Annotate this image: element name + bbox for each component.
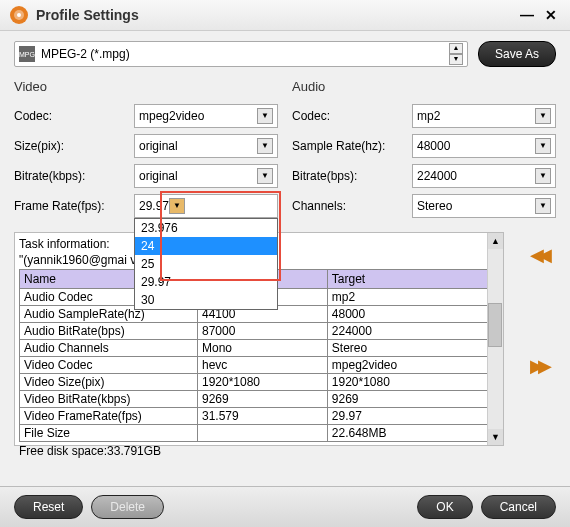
- framerate-option[interactable]: 29.97: [135, 273, 277, 291]
- save-as-button[interactable]: Save As: [478, 41, 556, 67]
- chevron-down-icon[interactable]: ▼: [169, 198, 185, 214]
- reset-button[interactable]: Reset: [14, 495, 83, 519]
- audio-codec-label: Codec:: [292, 109, 412, 123]
- table-cell: mpeg2video: [327, 357, 500, 374]
- free-disk-label: Free disk space:33.791GB: [19, 442, 501, 458]
- table-cell: [197, 425, 327, 442]
- table-cell: 31.579: [197, 408, 327, 425]
- framerate-option[interactable]: 23.976: [135, 219, 277, 237]
- framerate-option[interactable]: 24: [135, 237, 277, 255]
- video-codec-select[interactable]: mpeg2video▼: [134, 104, 278, 128]
- format-icon: MPG: [19, 46, 35, 62]
- chevron-down-icon[interactable]: ▼: [257, 108, 273, 124]
- minimize-button[interactable]: —: [518, 7, 536, 23]
- framerate-option[interactable]: 25: [135, 255, 277, 273]
- window-title: Profile Settings: [36, 7, 512, 23]
- table-cell: 9269: [197, 391, 327, 408]
- table-row: Video BitRate(kbps)92699269: [20, 391, 501, 408]
- table-row: Audio ChannelsMonoStereo: [20, 340, 501, 357]
- audio-bitrate-label: Bitrate(bps):: [292, 169, 412, 183]
- audio-bitrate-select[interactable]: 224000▼: [412, 164, 556, 188]
- video-codec-label: Codec:: [14, 109, 134, 123]
- table-cell: 224000: [327, 323, 500, 340]
- table-cell: hevc: [197, 357, 327, 374]
- table-cell: Mono: [197, 340, 327, 357]
- chevron-down-icon[interactable]: ▼: [257, 168, 273, 184]
- chevron-down-icon[interactable]: ▼: [535, 108, 551, 124]
- table-row: Video Codechevcmpeg2video: [20, 357, 501, 374]
- ok-button[interactable]: OK: [417, 495, 472, 519]
- video-bitrate-select[interactable]: original▼: [134, 164, 278, 188]
- chevron-down-icon[interactable]: ▼: [535, 168, 551, 184]
- cancel-button[interactable]: Cancel: [481, 495, 556, 519]
- app-icon: [10, 6, 28, 24]
- svg-point-1: [17, 13, 21, 17]
- table-row: File Size22.648MB: [20, 425, 501, 442]
- table-cell: mp2: [327, 289, 500, 306]
- profile-select[interactable]: MPG MPEG-2 (*.mpg) ▲ ▼: [14, 41, 468, 67]
- table-cell: Video BitRate(kbps): [20, 391, 198, 408]
- table-cell: Audio BitRate(bps): [20, 323, 198, 340]
- audio-samplerate-select[interactable]: 48000▼: [412, 134, 556, 158]
- video-framerate-label: Frame Rate(fps):: [14, 199, 134, 213]
- bottom-bar: Reset Delete OK Cancel: [0, 486, 570, 527]
- table-row: Audio BitRate(bps)87000224000: [20, 323, 501, 340]
- delete-button[interactable]: Delete: [91, 495, 164, 519]
- profile-value: MPEG-2 (*.mpg): [41, 47, 449, 61]
- table-cell: Video Codec: [20, 357, 198, 374]
- close-button[interactable]: ✕: [542, 7, 560, 23]
- prev-task-button[interactable]: ◀◀: [525, 242, 551, 268]
- table-row: Video Size(pix)1920*10801920*1080: [20, 374, 501, 391]
- audio-codec-select[interactable]: mp2▼: [412, 104, 556, 128]
- scroll-up-button[interactable]: ▲: [488, 233, 503, 249]
- audio-channels-label: Channels:: [292, 199, 412, 213]
- next-task-button[interactable]: ▶▶: [525, 353, 551, 379]
- profile-up-button[interactable]: ▲: [449, 43, 463, 54]
- video-bitrate-label: Bitrate(kbps):: [14, 169, 134, 183]
- chevron-down-icon[interactable]: ▼: [535, 138, 551, 154]
- profile-down-button[interactable]: ▼: [449, 54, 463, 65]
- audio-samplerate-label: Sample Rate(hz):: [292, 139, 412, 153]
- audio-channels-select[interactable]: Stereo▼: [412, 194, 556, 218]
- table-header: Target: [327, 270, 500, 289]
- table-cell: 29.97: [327, 408, 500, 425]
- table-cell: Video FrameRate(fps): [20, 408, 198, 425]
- table-cell: 22.648MB: [327, 425, 500, 442]
- table-cell: Video Size(pix): [20, 374, 198, 391]
- table-cell: 87000: [197, 323, 327, 340]
- vertical-scrollbar[interactable]: ▲ ▼: [487, 233, 503, 445]
- table-cell: File Size: [20, 425, 198, 442]
- chevron-down-icon[interactable]: ▼: [535, 198, 551, 214]
- table-cell: 1920*1080: [197, 374, 327, 391]
- video-size-select[interactable]: original▼: [134, 134, 278, 158]
- video-size-label: Size(pix):: [14, 139, 134, 153]
- video-framerate-select[interactable]: 29.97 ▼: [134, 194, 278, 218]
- framerate-option[interactable]: 30: [135, 291, 277, 309]
- framerate-dropdown-list: 23.976242529.9730: [134, 218, 278, 310]
- chevron-down-icon[interactable]: ▼: [257, 138, 273, 154]
- video-section-title: Video: [14, 79, 278, 94]
- table-cell: 48000: [327, 306, 500, 323]
- audio-section-title: Audio: [292, 79, 556, 94]
- scroll-thumb[interactable]: [488, 303, 502, 347]
- table-cell: Audio Channels: [20, 340, 198, 357]
- table-cell: 1920*1080: [327, 374, 500, 391]
- table-cell: Stereo: [327, 340, 500, 357]
- titlebar: Profile Settings — ✕: [0, 0, 570, 31]
- table-cell: 9269: [327, 391, 500, 408]
- scroll-down-button[interactable]: ▼: [488, 429, 503, 445]
- table-row: Video FrameRate(fps)31.57929.97: [20, 408, 501, 425]
